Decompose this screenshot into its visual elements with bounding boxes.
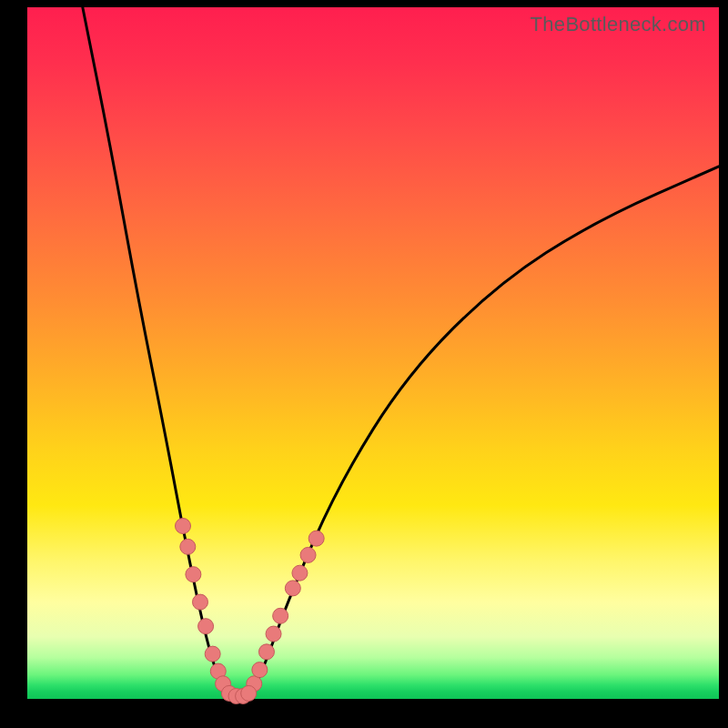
- data-point: [198, 619, 214, 634]
- data-point: [180, 539, 196, 554]
- data-point: [252, 662, 268, 678]
- chart-svg: [27, 7, 719, 699]
- bottleneck-curve: [83, 7, 719, 699]
- data-point: [186, 567, 201, 582]
- data-point: [300, 547, 316, 562]
- data-point: [205, 646, 220, 662]
- data-point: [241, 685, 257, 701]
- data-point: [266, 626, 281, 642]
- data-point: [292, 565, 308, 581]
- data-point: [258, 644, 274, 660]
- data-point: [176, 519, 191, 534]
- data-point: [308, 531, 324, 546]
- plot-area: TheBottleneck.com: [27, 7, 719, 699]
- chart-frame: TheBottleneck.com: [0, 0, 728, 728]
- data-point: [285, 581, 300, 596]
- data-point: [193, 594, 208, 610]
- data-point: [273, 608, 288, 623]
